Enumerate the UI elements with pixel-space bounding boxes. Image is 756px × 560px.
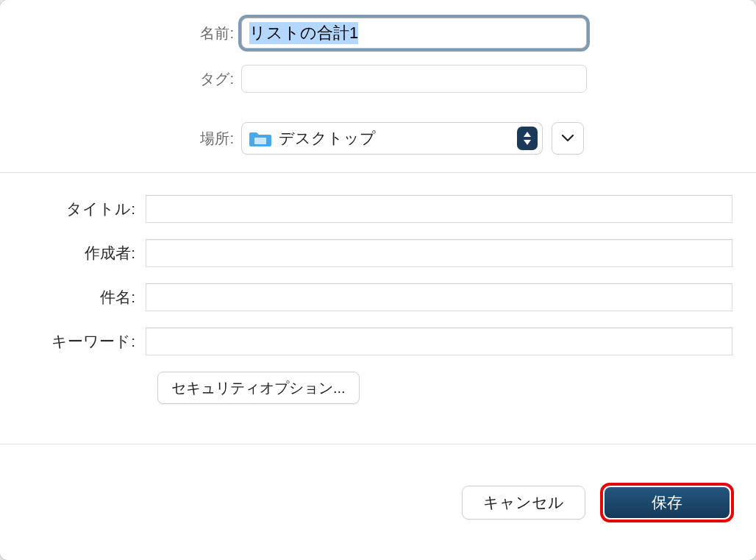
save-button[interactable]: 保存	[605, 487, 730, 518]
title-label: タイトル:	[22, 199, 146, 219]
location-label: 場所:	[22, 129, 241, 149]
dialog-footer: キャンセル 保存	[0, 444, 756, 560]
tags-label: タグ:	[22, 69, 241, 89]
location-select[interactable]: デスクトップ	[241, 122, 543, 155]
name-input[interactable]	[241, 18, 587, 49]
location-container: デスクトップ	[241, 122, 584, 155]
save-dialog: 名前: タグ: 場所: デスクトップ	[0, 0, 756, 560]
name-label: 名前:	[22, 24, 241, 43]
security-row: セキュリティオプション...	[22, 372, 734, 404]
up-down-icon	[517, 127, 538, 150]
title-input[interactable]	[146, 195, 732, 223]
security-options-button[interactable]: セキュリティオプション...	[157, 372, 360, 404]
author-row: 作成者:	[22, 239, 734, 267]
location-text: デスクトップ	[279, 128, 517, 149]
cancel-button[interactable]: キャンセル	[462, 486, 585, 520]
keywords-row: キーワード:	[22, 327, 734, 355]
author-label: 作成者:	[22, 243, 146, 263]
tags-row: タグ:	[22, 65, 734, 93]
tags-input[interactable]	[241, 65, 587, 93]
keywords-label: キーワード:	[22, 331, 146, 352]
top-section: 名前: タグ: 場所: デスクトップ	[0, 0, 756, 172]
name-row: 名前:	[22, 18, 734, 49]
subject-row: 件名:	[22, 283, 734, 311]
save-highlight: 保存	[600, 483, 734, 522]
subject-input[interactable]	[146, 283, 732, 311]
metadata-section: タイトル: 作成者: 件名: キーワード: セキュリティオプション...	[0, 173, 756, 422]
svg-rect-0	[254, 138, 266, 144]
title-row: タイトル:	[22, 195, 734, 223]
subject-label: 件名:	[22, 287, 146, 308]
expand-location-button[interactable]	[552, 122, 584, 155]
desktop-folder-icon	[249, 130, 271, 147]
chevron-down-icon	[562, 132, 574, 145]
author-input[interactable]	[146, 239, 732, 267]
keywords-input[interactable]	[146, 327, 732, 355]
location-row: 場所: デスクトップ	[22, 122, 734, 155]
